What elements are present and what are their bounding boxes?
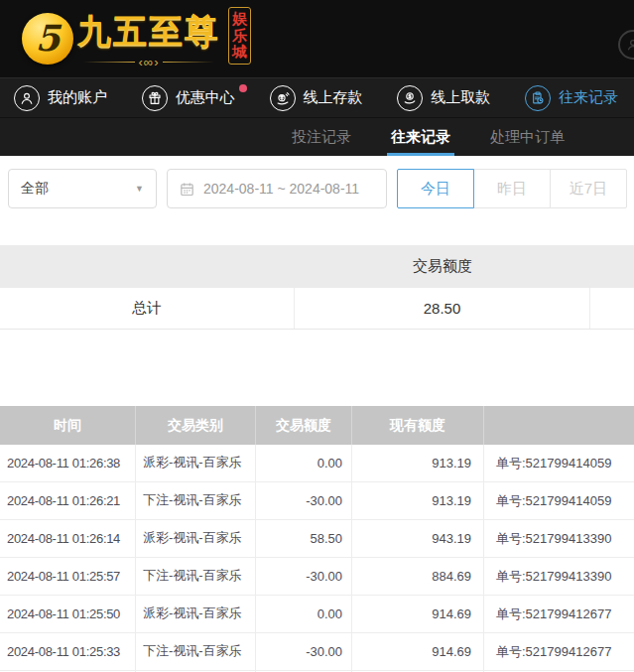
cell-balance: 914.69 [352,633,484,670]
table-header-row: 时间 交易类别 交易额度 现有额度 [0,406,634,445]
tab-label: 投注记录 [292,128,351,147]
cell-time: 2024-08-11 01:26:21 [0,482,136,519]
table-row: 2024-08-11 01:25:57 下注-视讯-百家乐 -30.00 884… [0,558,634,596]
summary-total-value: 28.50 [295,288,590,329]
table-row: 2024-08-11 01:26:14 派彩-视讯-百家乐 58.50 943.… [0,520,634,558]
type-select-value: 全部 [21,180,49,198]
col-header-time: 时间 [0,406,136,445]
withdraw-icon [397,85,423,111]
logo-badge: 娱 乐 城 [228,7,251,65]
cell-balance: 914.69 [352,596,484,632]
cell-order: 单号:521799412677 [484,633,634,670]
cell-order: 单号:521799414059 [484,482,634,519]
avatar-icon[interactable] [618,30,634,60]
user-icon [14,85,40,111]
cell-type: 派彩-视讯-百家乐 [136,520,256,557]
cell-time: 2024-08-11 01:26:14 [0,520,136,557]
flourish-ornament-icon: ‹∞› [83,56,215,68]
cell-order: 单号:521799414059 [484,445,634,481]
records-icon [525,85,551,111]
table-row: 2024-08-11 01:26:38 派彩-视讯-百家乐 0.00 913.1… [0,445,634,482]
cell-balance: 913.19 [352,482,484,519]
gift-icon [142,85,168,111]
notification-dot-icon [239,84,247,92]
quick-date-buttons: 今日 昨日 近7日 [397,169,627,210]
nav-item-my-account[interactable]: 我的账户 [14,85,107,111]
nav-label: 线上取款 [431,88,490,107]
cell-type: 下注-视讯-百家乐 [136,633,256,670]
yesterday-button[interactable]: 昨日 [473,169,551,208]
tab-betting-records[interactable]: 投注记录 [292,118,351,156]
col-header-amount: 交易额度 [256,406,352,445]
main-nav: 我的账户 优惠中心 线上存款 线上取款 往来记录 [0,77,634,117]
cell-type: 下注-视讯-百家乐 [136,558,256,595]
date-range-input[interactable]: 2024-08-11 ~ 2024-08-11 [167,169,387,208]
cell-type: 派彩-视讯-百家乐 [136,445,256,481]
col-header-type: 交易类别 [136,406,256,445]
cell-order: 单号:521799412677 [484,596,634,632]
type-select[interactable]: 全部 ▼ [8,169,157,208]
logo-text: 九五至尊 [77,9,220,55]
summary-header-row: 交易额度 [0,245,634,288]
nav-label: 往来记录 [559,88,618,107]
cell-amount: 58.50 [256,520,352,557]
col-header-balance: 现有额度 [352,406,484,445]
nav-label: 优惠中心 [176,88,235,107]
cell-time: 2024-08-11 01:25:57 [0,558,136,595]
cell-order: 单号:521799413390 [484,520,634,557]
nav-item-transaction-records[interactable]: 往来记录 [525,85,618,111]
tab-label: 往来记录 [391,128,450,147]
cell-balance: 884.69 [352,558,484,595]
table-row: 2024-08-11 01:25:33 下注-视讯-百家乐 -30.00 914… [0,633,634,671]
records-table: 时间 交易类别 交易额度 现有额度 2024-08-11 01:26:38 派彩… [0,406,634,672]
nav-label: 线上存款 [304,88,363,107]
nav-item-promotions[interactable]: 优惠中心 [142,85,235,111]
table-row: 2024-08-11 01:25:50 派彩-视讯-百家乐 0.00 914.6… [0,596,634,633]
cell-type: 下注-视讯-百家乐 [136,482,256,519]
caret-down-icon: ▼ [135,184,144,194]
cell-amount: 0.00 [256,596,352,632]
brand-bar: 5 九五至尊 ‹∞› 娱 乐 城 [0,0,634,77]
cell-time: 2024-08-11 01:25:50 [0,596,136,632]
brand-coin-icon: 5 [22,13,73,65]
filter-bar: 全部 ▼ 2024-08-11 ~ 2024-08-11 今日 昨日 近7日 [0,156,634,210]
nav-item-withdraw[interactable]: 线上取款 [397,85,490,111]
cell-amount: 0.00 [256,445,352,481]
date-range-value: 2024-08-11 ~ 2024-08-11 [203,181,359,197]
coin-digit: 5 [35,17,60,59]
summary-amount-header: 交易额度 [295,257,590,276]
last-7-days-button[interactable]: 近7日 [550,169,627,208]
cell-amount: -30.00 [256,633,352,670]
summary-total-row: 总计 28.50 [0,288,634,330]
cell-amount: -30.00 [256,558,352,595]
cell-order: 单号:521799413390 [484,558,634,595]
sub-tab-bar: 投注记录 往来记录 处理中订单 [0,117,634,156]
cell-balance: 913.19 [352,445,484,481]
cell-balance: 943.19 [352,520,484,557]
tab-transaction-records[interactable]: 往来记录 [391,118,450,156]
nav-item-deposit[interactable]: 线上存款 [270,85,363,111]
tab-label: 处理中订单 [490,128,565,147]
cell-time: 2024-08-11 01:25:33 [0,633,136,670]
cell-amount: -30.00 [256,482,352,519]
nav-label: 我的账户 [48,88,107,107]
deposit-icon [270,85,296,111]
summary-table: 交易额度 总计 28.50 [0,245,634,330]
logo: 九五至尊 ‹∞› [77,9,220,68]
cell-time: 2024-08-11 01:26:38 [0,445,136,481]
table-row: 2024-08-11 01:26:21 下注-视讯-百家乐 -30.00 913… [0,482,634,520]
cell-type: 派彩-视讯-百家乐 [136,596,256,632]
summary-total-label: 总计 [0,288,295,329]
today-button[interactable]: 今日 [397,169,474,208]
tab-pending-orders[interactable]: 处理中订单 [490,118,565,156]
calendar-icon [179,181,195,198]
col-header-order [484,406,634,445]
